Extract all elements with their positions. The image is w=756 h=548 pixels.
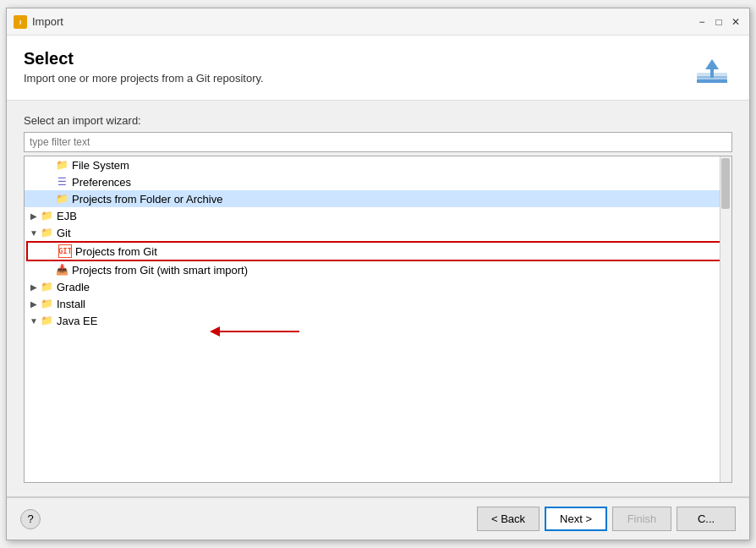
prefs-icon: ☰: [55, 175, 68, 189]
window-controls: − □ ✕: [695, 15, 742, 29]
tree-item-projects-from-git-smart[interactable]: 📥 Projects from Git (with smart import): [25, 261, 731, 278]
dialog-footer: ? < Back Next > Finish C...: [7, 496, 749, 540]
footer-left: ?: [20, 509, 41, 529]
tree-container: 📁 File System ☰ Preferences 📁 Projects f…: [24, 156, 732, 483]
tree-item-ejb[interactable]: ▶ 📁 EJB: [25, 207, 731, 224]
tree-item-install[interactable]: ▶ 📁 Install: [25, 295, 731, 312]
tree-item-preferences[interactable]: ☰ Preferences: [25, 173, 731, 190]
tree-item-java-ee[interactable]: ▼ 📁 Java EE: [25, 312, 731, 329]
minimize-button[interactable]: −: [695, 15, 709, 29]
finish-button[interactable]: Finish: [612, 507, 671, 531]
help-button[interactable]: ?: [20, 509, 41, 529]
scrollbar-track[interactable]: [720, 156, 731, 482]
svg-rect-5: [697, 79, 727, 83]
tree-item-gradle[interactable]: ▶ 📁 Gradle: [25, 278, 731, 295]
tree-item-projects-folder[interactable]: 📁 Projects from Folder or Archive: [25, 190, 731, 207]
tree-label-projects-from-git-smart: Projects from Git (with smart import): [72, 264, 248, 277]
tree-label-install: Install: [57, 298, 85, 310]
git-icon: GIT: [58, 244, 72, 258]
folder-icon: 📁: [40, 297, 53, 310]
tree-item-file-system[interactable]: 📁 File System: [25, 156, 731, 173]
tree-label-git: Git: [57, 227, 71, 239]
dialog-body: Select an import wizard: 📁 File System ☰…: [7, 101, 749, 496]
next-button[interactable]: Next >: [545, 507, 607, 531]
tree-item-git[interactable]: ▼ 📁 Git: [25, 224, 731, 241]
header-content: Select Import one or more projects from …: [24, 49, 264, 85]
app-icon: I: [14, 15, 27, 29]
cancel-button[interactable]: C...: [677, 507, 736, 531]
import-header-icon: [695, 52, 729, 86]
folder-icon: 📁: [55, 192, 68, 206]
folder-icon: 📁: [40, 209, 53, 222]
dialog-header: Select Import one or more projects from …: [7, 36, 749, 101]
import-icon: 📥: [55, 263, 68, 277]
window-title: Import: [32, 15, 695, 28]
toggle-icon[interactable]: ▼: [28, 228, 40, 238]
tree-label-ejb: EJB: [57, 210, 77, 222]
page-description: Import one or more projects from a Git r…: [24, 72, 264, 85]
footer-buttons: < Back Next > Finish C...: [477, 507, 736, 531]
tree-label-gradle: Gradle: [57, 281, 90, 293]
toggle-icon[interactable]: ▶: [28, 282, 40, 292]
tree-item-projects-from-git[interactable]: GIT Projects from Git: [26, 241, 730, 261]
folder-icon: 📁: [40, 280, 53, 293]
tree-label-java-ee: Java EE: [57, 315, 97, 327]
filter-input[interactable]: [24, 132, 732, 152]
title-bar: I Import − □ ✕: [7, 8, 749, 36]
tree-label-file-system: File System: [72, 159, 129, 172]
tree-label-projects-from-git: Projects from Git: [75, 245, 157, 258]
scrollbar-thumb[interactable]: [721, 158, 730, 209]
folder-icon: 📁: [40, 314, 53, 327]
toggle-icon[interactable]: ▶: [28, 211, 40, 221]
tree-label-preferences: Preferences: [72, 176, 131, 189]
folder-icon: 📁: [55, 158, 68, 172]
import-dialog: I Import − □ ✕ Select Import one or more…: [6, 8, 750, 540]
maximize-button[interactable]: □: [712, 15, 726, 29]
section-label: Select an import wizard:: [24, 114, 732, 127]
toggle-icon[interactable]: ▶: [28, 299, 40, 309]
page-title: Select: [24, 49, 264, 68]
folder-icon: 📁: [40, 226, 53, 239]
back-button[interactable]: < Back: [477, 507, 540, 531]
svg-text:I: I: [19, 19, 21, 26]
close-button[interactable]: ✕: [729, 15, 742, 29]
header-icon-container: [692, 49, 732, 90]
toggle-icon[interactable]: ▼: [28, 316, 40, 326]
tree-label-projects-folder: Projects from Folder or Archive: [72, 193, 222, 206]
